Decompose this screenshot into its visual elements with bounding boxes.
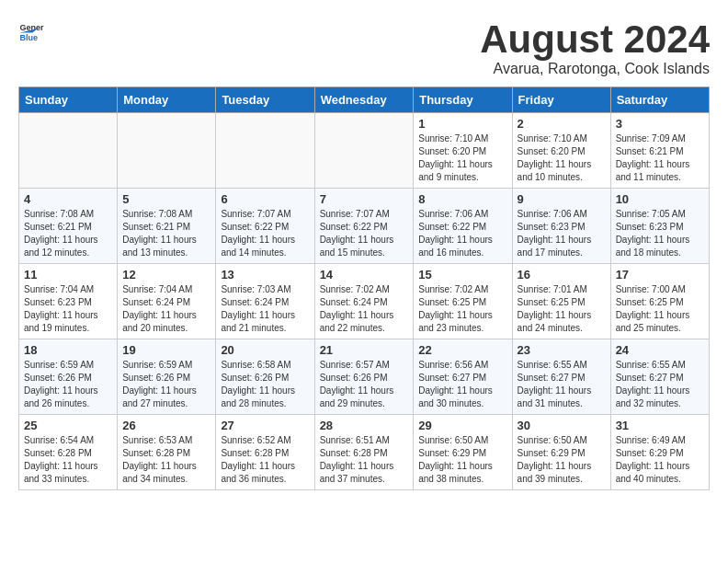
day-info: Sunrise: 6:54 AM Sunset: 6:28 PM Dayligh… xyxy=(24,434,112,486)
calendar-cell: 18Sunrise: 6:59 AM Sunset: 6:26 PM Dayli… xyxy=(19,339,118,415)
day-number: 31 xyxy=(616,419,704,432)
day-number: 17 xyxy=(616,268,704,282)
day-info: Sunrise: 7:07 AM Sunset: 6:22 PM Dayligh… xyxy=(320,208,409,259)
calendar-week-row: 1Sunrise: 7:10 AM Sunset: 6:20 PM Daylig… xyxy=(19,113,710,189)
calendar-week-row: 11Sunrise: 7:04 AM Sunset: 6:23 PM Dayli… xyxy=(19,264,710,339)
calendar-cell: 11Sunrise: 7:04 AM Sunset: 6:23 PM Dayli… xyxy=(19,264,118,339)
day-info: Sunrise: 7:01 AM Sunset: 6:25 PM Dayligh… xyxy=(518,283,606,335)
day-info: Sunrise: 6:51 AM Sunset: 6:28 PM Dayligh… xyxy=(320,434,409,486)
day-info: Sunrise: 6:59 AM Sunset: 6:26 PM Dayligh… xyxy=(24,359,112,410)
title-area: August 2024 Avarua, Rarotonga, Cook Isla… xyxy=(480,18,710,77)
logo-icon: General Blue xyxy=(18,18,44,44)
calendar-cell xyxy=(314,113,414,189)
day-number: 18 xyxy=(24,343,112,357)
calendar-cell: 6Sunrise: 7:07 AM Sunset: 6:22 PM Daylig… xyxy=(216,189,314,264)
day-number: 2 xyxy=(518,117,606,131)
day-number: 14 xyxy=(320,268,409,282)
calendar-cell: 29Sunrise: 6:50 AM Sunset: 6:29 PM Dayli… xyxy=(414,415,512,490)
header: General Blue August 2024 Avarua, Raroton… xyxy=(18,18,710,77)
day-info: Sunrise: 6:55 AM Sunset: 6:27 PM Dayligh… xyxy=(616,359,704,410)
day-info: Sunrise: 6:52 AM Sunset: 6:28 PM Dayligh… xyxy=(221,434,309,486)
calendar-week-row: 25Sunrise: 6:54 AM Sunset: 6:28 PM Dayli… xyxy=(19,415,710,490)
day-number: 24 xyxy=(616,343,704,357)
day-info: Sunrise: 7:05 AM Sunset: 6:23 PM Dayligh… xyxy=(616,208,704,259)
day-info: Sunrise: 6:50 AM Sunset: 6:29 PM Dayligh… xyxy=(518,434,606,486)
calendar-table: SundayMondayTuesdayWednesdayThursdayFrid… xyxy=(18,86,710,490)
calendar-cell: 27Sunrise: 6:52 AM Sunset: 6:28 PM Dayli… xyxy=(216,415,314,490)
svg-text:Blue: Blue xyxy=(19,33,38,42)
day-number: 28 xyxy=(320,419,409,432)
calendar-cell: 3Sunrise: 7:09 AM Sunset: 6:21 PM Daylig… xyxy=(610,113,709,189)
calendar-cell: 19Sunrise: 6:59 AM Sunset: 6:26 PM Dayli… xyxy=(118,339,216,415)
day-info: Sunrise: 7:00 AM Sunset: 6:25 PM Dayligh… xyxy=(616,283,704,335)
calendar-cell: 5Sunrise: 7:08 AM Sunset: 6:21 PM Daylig… xyxy=(118,189,216,264)
day-number: 11 xyxy=(24,268,112,282)
logo: General Blue xyxy=(18,18,44,44)
calendar-cell: 23Sunrise: 6:55 AM Sunset: 6:27 PM Dayli… xyxy=(512,339,610,415)
day-info: Sunrise: 7:04 AM Sunset: 6:24 PM Dayligh… xyxy=(122,283,210,335)
calendar-cell: 30Sunrise: 6:50 AM Sunset: 6:29 PM Dayli… xyxy=(512,415,610,490)
day-number: 16 xyxy=(518,268,606,282)
day-number: 23 xyxy=(518,343,606,357)
day-header: Wednesday xyxy=(314,87,414,113)
calendar-cell: 4Sunrise: 7:08 AM Sunset: 6:21 PM Daylig… xyxy=(19,189,118,264)
calendar-cell: 21Sunrise: 6:57 AM Sunset: 6:26 PM Dayli… xyxy=(314,339,414,415)
day-info: Sunrise: 7:08 AM Sunset: 6:21 PM Dayligh… xyxy=(24,208,112,259)
day-header: Saturday xyxy=(610,87,709,113)
calendar-cell xyxy=(216,113,314,189)
day-header: Friday xyxy=(512,87,610,113)
calendar-cell: 15Sunrise: 7:02 AM Sunset: 6:25 PM Dayli… xyxy=(414,264,512,339)
day-number: 5 xyxy=(122,192,210,206)
calendar-cell: 14Sunrise: 7:02 AM Sunset: 6:24 PM Dayli… xyxy=(314,264,414,339)
day-info: Sunrise: 6:50 AM Sunset: 6:29 PM Dayligh… xyxy=(418,434,506,486)
day-info: Sunrise: 6:58 AM Sunset: 6:26 PM Dayligh… xyxy=(221,359,309,410)
day-number: 4 xyxy=(24,192,112,206)
calendar-cell: 12Sunrise: 7:04 AM Sunset: 6:24 PM Dayli… xyxy=(118,264,216,339)
calendar-cell: 17Sunrise: 7:00 AM Sunset: 6:25 PM Dayli… xyxy=(610,264,709,339)
day-number: 10 xyxy=(616,192,704,206)
day-info: Sunrise: 7:02 AM Sunset: 6:24 PM Dayligh… xyxy=(320,283,409,335)
day-number: 27 xyxy=(221,419,309,432)
day-header: Monday xyxy=(118,87,216,113)
calendar-cell xyxy=(19,113,118,189)
day-header: Thursday xyxy=(414,87,512,113)
day-number: 1 xyxy=(418,117,506,131)
day-number: 15 xyxy=(418,268,506,282)
day-number: 19 xyxy=(122,343,210,357)
day-info: Sunrise: 7:10 AM Sunset: 6:20 PM Dayligh… xyxy=(518,132,606,184)
calendar-cell: 26Sunrise: 6:53 AM Sunset: 6:28 PM Dayli… xyxy=(118,415,216,490)
day-info: Sunrise: 7:02 AM Sunset: 6:25 PM Dayligh… xyxy=(418,283,506,335)
calendar-cell: 16Sunrise: 7:01 AM Sunset: 6:25 PM Dayli… xyxy=(512,264,610,339)
day-info: Sunrise: 7:06 AM Sunset: 6:22 PM Dayligh… xyxy=(418,208,506,259)
day-info: Sunrise: 6:49 AM Sunset: 6:29 PM Dayligh… xyxy=(616,434,704,486)
day-number: 21 xyxy=(320,343,409,357)
day-info: Sunrise: 7:09 AM Sunset: 6:21 PM Dayligh… xyxy=(616,132,704,184)
calendar-week-row: 4Sunrise: 7:08 AM Sunset: 6:21 PM Daylig… xyxy=(19,189,710,264)
calendar-cell: 7Sunrise: 7:07 AM Sunset: 6:22 PM Daylig… xyxy=(314,189,414,264)
calendar-cell: 28Sunrise: 6:51 AM Sunset: 6:28 PM Dayli… xyxy=(314,415,414,490)
day-number: 22 xyxy=(418,343,506,357)
day-number: 25 xyxy=(24,419,112,432)
day-number: 13 xyxy=(221,268,309,282)
calendar-cell: 25Sunrise: 6:54 AM Sunset: 6:28 PM Dayli… xyxy=(19,415,118,490)
day-header: Sunday xyxy=(19,87,118,113)
day-number: 3 xyxy=(616,117,704,131)
day-info: Sunrise: 7:04 AM Sunset: 6:23 PM Dayligh… xyxy=(24,283,112,335)
calendar-cell: 8Sunrise: 7:06 AM Sunset: 6:22 PM Daylig… xyxy=(414,189,512,264)
day-info: Sunrise: 7:10 AM Sunset: 6:20 PM Dayligh… xyxy=(418,132,506,184)
calendar-header-row: SundayMondayTuesdayWednesdayThursdayFrid… xyxy=(19,87,710,113)
day-info: Sunrise: 7:03 AM Sunset: 6:24 PM Dayligh… xyxy=(221,283,309,335)
day-number: 30 xyxy=(518,419,606,432)
calendar-body: 1Sunrise: 7:10 AM Sunset: 6:20 PM Daylig… xyxy=(19,113,710,490)
day-info: Sunrise: 7:06 AM Sunset: 6:23 PM Dayligh… xyxy=(518,208,606,259)
day-number: 6 xyxy=(221,192,309,206)
calendar-cell: 13Sunrise: 7:03 AM Sunset: 6:24 PM Dayli… xyxy=(216,264,314,339)
calendar-cell: 10Sunrise: 7:05 AM Sunset: 6:23 PM Dayli… xyxy=(610,189,709,264)
day-number: 26 xyxy=(122,419,210,432)
calendar-cell xyxy=(118,113,216,189)
day-info: Sunrise: 6:53 AM Sunset: 6:28 PM Dayligh… xyxy=(122,434,210,486)
calendar-cell: 24Sunrise: 6:55 AM Sunset: 6:27 PM Dayli… xyxy=(610,339,709,415)
day-number: 29 xyxy=(418,419,506,432)
day-info: Sunrise: 6:59 AM Sunset: 6:26 PM Dayligh… xyxy=(122,359,210,410)
calendar-cell: 31Sunrise: 6:49 AM Sunset: 6:29 PM Dayli… xyxy=(610,415,709,490)
